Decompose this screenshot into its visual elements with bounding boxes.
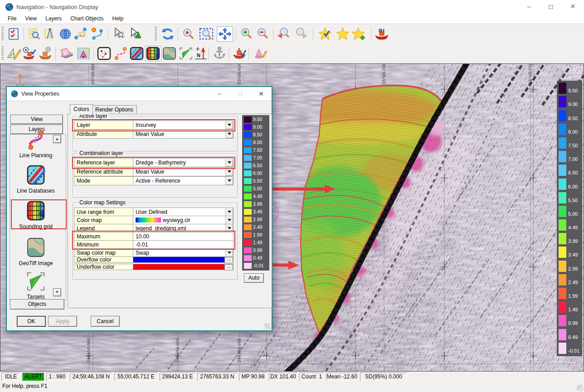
dialog-minimize-button[interactable]: – [213,90,226,97]
cursor-target-icon[interactable] [127,26,143,42]
vessel-check-icon[interactable] [231,46,248,61]
menu-layers[interactable]: Layers [41,15,66,23]
cone-edit-icon[interactable] [252,46,268,61]
measure-compass-icon[interactable] [42,26,58,42]
toolbar-grip[interactable] [1,46,4,61]
zoom-window-icon[interactable] [199,26,215,42]
layer-item-sounding-grid[interactable]: Sounding grid [13,201,58,230]
cancel-button[interactable]: Cancel [91,316,120,327]
strip-value: 7.00 [252,155,262,161]
strip-row: 1.49 [244,240,269,246]
dropdown-arrow[interactable] [225,216,233,224]
field-reference-attribute: Reference attribute Mean Value [74,167,234,176]
dropdown-arrow[interactable] [225,249,233,257]
zoom-previous-icon[interactable] [276,26,292,42]
dropdown-arrow[interactable] [225,130,233,138]
menu-help[interactable]: Help [108,15,128,23]
route-segment-icon[interactable] [89,26,105,42]
menu-chart-objects[interactable]: Chart Objects [66,15,108,23]
strip-swatch [244,155,252,161]
legend-swatch [559,343,566,354]
dialog-title-bar[interactable]: View Properties – ◻ ✕ [7,87,272,101]
title-bar[interactable]: Navigation - Navigation Display – ◻ ✕ [0,0,584,14]
north-arrow-icon[interactable]: N [193,46,209,61]
overflow-color-swatch[interactable] [133,256,234,263]
ok-button[interactable]: OK [17,316,46,327]
objects-button[interactable]: Objects [10,299,64,310]
menu-view[interactable]: View [21,15,41,23]
zoom-next-icon[interactable] [293,26,309,42]
underflow-browse-button[interactable]: ... [224,264,233,271]
apply-button[interactable]: Apply [48,316,77,327]
layer-item-targets[interactable]: Targets [13,271,58,300]
bookmark-add-icon[interactable] [351,26,367,42]
close-button[interactable]: ✕ [566,3,579,11]
anchor-icon[interactable] [211,46,228,61]
dropdown-arrow[interactable] [225,177,233,185]
strip-value: 8.50 [252,132,262,138]
svg-text:299150.00E: 299150.00E [87,338,91,363]
draw-measure-icon[interactable] [5,46,22,61]
measure-distance-icon[interactable]: 6.2 [73,26,89,42]
survey-tasks-icon[interactable] [5,26,22,42]
maximize-button[interactable]: ◻ [544,3,558,11]
tab-colors[interactable]: Colors [70,104,93,115]
route-dashed-icon[interactable] [112,46,129,61]
overflow-browse-button[interactable]: ... [224,257,233,263]
vessel-icon[interactable] [374,26,390,42]
toolbar-grip[interactable] [1,27,4,41]
legend-swatch [559,137,566,149]
vessel-sounding-icon[interactable] [37,46,54,61]
target-icon[interactable] [178,46,194,61]
vessel-monitor-icon[interactable] [21,46,37,61]
globe-icon[interactable] [57,26,73,42]
line-database-icon[interactable] [129,46,145,61]
layer-item-line-planning[interactable]: Line Planning [13,130,58,159]
notes-search-icon[interactable] [26,26,42,42]
pan-mode-icon[interactable] [217,26,233,42]
dropdown-arrow[interactable] [225,159,233,167]
zoom-out-icon[interactable] [255,26,271,42]
dialog-maximize-button[interactable]: ◻ [234,90,247,97]
field-maximum: Maximum 10.00 [74,232,234,241]
field-overflow-color: Overflow color ... [74,256,234,263]
dropdown-arrow[interactable] [225,168,233,176]
window-resize-grip[interactable] [577,385,583,391]
legend-row: -0.01 [559,343,582,354]
svg-text:299250.00E: 299250.00E [175,338,180,363]
legend-row: 1.99 [559,288,582,299]
grid-points-icon[interactable] [96,46,112,61]
legend-value: -0.01 [566,348,579,354]
layers-icon[interactable] [59,46,75,61]
legend-row: 8.00 [559,124,582,135]
dropdown-arrow[interactable] [225,208,233,216]
layer-item-line-databases[interactable]: Line Databases [13,165,58,194]
legend-swatch [559,96,566,107]
sounding-grid-icon[interactable] [145,46,161,61]
menu-file[interactable]: File [4,15,21,23]
dropdown-arrow[interactable] [225,121,233,129]
layer-item-geotiff[interactable]: GeoTiff Image [13,237,58,266]
bookmark-icon[interactable] [335,26,351,42]
auto-button[interactable]: Auto [244,273,264,283]
strip-swatch [244,170,252,177]
dropdown-arrow[interactable] [225,224,233,232]
cursor-anchor-icon[interactable] [111,26,127,42]
strip-value: 9.50 [252,116,262,123]
toolbar-layers: N [0,44,584,64]
legend-swatch [559,124,566,135]
zoom-in-icon[interactable] [238,26,255,42]
bookmark-checked-icon[interactable] [317,26,334,42]
zoom-select-icon[interactable] [180,26,197,42]
chart-cone-icon[interactable] [75,46,92,61]
minimize-button[interactable]: – [522,3,536,11]
dialog-close-button[interactable]: ✕ [255,90,268,97]
tab-view[interactable]: View [10,115,63,124]
dialog-resize-grip[interactable] [265,324,270,329]
legend-value: 2.99 [566,266,578,272]
strip-swatch [244,194,252,200]
legend-row: 7.00 [559,151,582,162]
geotiff-image-icon[interactable] [161,46,178,61]
underflow-color-swatch[interactable] [133,264,234,270]
refresh-icon[interactable] [160,26,176,42]
